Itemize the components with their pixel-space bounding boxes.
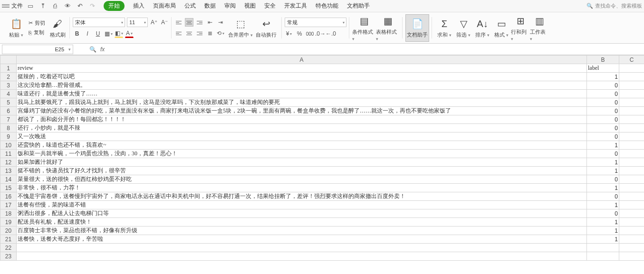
shrink-font-icon[interactable]: A⁻: [160, 18, 169, 27]
row-header[interactable]: 8: [0, 124, 17, 132]
italic-button[interactable]: I: [83, 29, 92, 38]
align-middle-icon[interactable]: [185, 18, 193, 27]
row-header[interactable]: 12: [0, 158, 17, 167]
cell[interactable]: 1: [587, 158, 619, 167]
ribbon-tab-0[interactable]: 开始: [104, 1, 125, 11]
ribbon-tab-6[interactable]: 视图: [244, 2, 256, 10]
grow-font-icon[interactable]: A⁺: [150, 18, 158, 27]
row-header[interactable]: 6: [0, 107, 17, 115]
sort-button[interactable]: A↓排序: [473, 14, 492, 42]
cell[interactable]: 0: [587, 209, 619, 218]
new-icon[interactable]: ▭: [27, 2, 34, 10]
cell[interactable]: 挺辣的，吃着还可以吧: [17, 73, 587, 81]
cell[interactable]: [619, 115, 644, 124]
undo-icon[interactable]: ↶: [76, 2, 84, 10]
decrease-indent-icon[interactable]: ⇤: [206, 18, 214, 27]
select-all-corner[interactable]: [0, 56, 17, 64]
cell[interactable]: label: [587, 64, 619, 73]
ribbon-tab-5[interactable]: 审阅: [224, 2, 236, 10]
row-header[interactable]: 13: [0, 167, 17, 175]
cell[interactable]: 送餐有些慢，菜的味道不错: [17, 201, 587, 209]
border-button[interactable]: ▦: [104, 29, 113, 38]
cell[interactable]: 0: [587, 175, 619, 184]
cell[interactable]: [619, 252, 644, 261]
row-header[interactable]: 15: [0, 184, 17, 192]
cell[interactable]: 1: [587, 201, 619, 209]
cell[interactable]: [619, 98, 644, 107]
cell[interactable]: 菜量很大，送的很快，但西红柿炒鸡蛋不好吃: [17, 175, 587, 184]
row-header[interactable]: 17: [0, 201, 17, 209]
search-box[interactable]: 🔍 查找命令、搜索模板: [586, 2, 642, 9]
currency-icon[interactable]: ¥: [285, 29, 293, 38]
row-header[interactable]: 22: [0, 244, 17, 252]
cell[interactable]: 0: [587, 150, 619, 158]
table-style-button[interactable]: ▦ 表格样式: [376, 14, 400, 42]
cell[interactable]: 1: [587, 167, 619, 175]
percent-icon[interactable]: %: [295, 29, 304, 38]
cell[interactable]: 1: [587, 218, 619, 227]
cell[interactable]: 0: [587, 90, 619, 98]
cell[interactable]: [619, 81, 644, 90]
cell[interactable]: [619, 124, 644, 132]
font-name-select[interactable]: 宋体: [73, 18, 125, 27]
cell[interactable]: [619, 192, 644, 201]
ribbon-tab-3[interactable]: 公式: [184, 2, 196, 10]
underline-button[interactable]: U: [94, 29, 102, 38]
decrease-decimal-icon[interactable]: ←.0: [327, 29, 335, 38]
cell[interactable]: 如果加酱汁就好了: [17, 158, 587, 167]
row-header[interactable]: 21: [0, 235, 17, 244]
column-header[interactable]: A: [17, 56, 587, 64]
ribbon-tab-1[interactable]: 插入: [133, 2, 144, 10]
align-right-icon[interactable]: [195, 29, 204, 38]
fill-color-button[interactable]: ◧: [115, 29, 123, 38]
cell[interactable]: 都说了，面和卤分开的！每回都忘！！！！: [17, 115, 587, 124]
cell[interactable]: [619, 201, 644, 209]
cell[interactable]: 0: [587, 115, 619, 124]
column-header[interactable]: B: [587, 56, 619, 64]
cell[interactable]: [619, 107, 644, 115]
number-format-select[interactable]: 常规: [285, 18, 346, 27]
cell[interactable]: [619, 218, 644, 227]
cell[interactable]: review: [17, 64, 587, 73]
conditional-format-button[interactable]: ▤ 条件格式: [352, 14, 376, 42]
cell[interactable]: [619, 235, 644, 244]
cell[interactable]: [619, 132, 644, 141]
worksheet-button[interactable]: ▥工作表: [530, 14, 549, 42]
doc-helper-button[interactable]: 📄 文档助手: [405, 14, 429, 42]
row-header[interactable]: 10: [0, 141, 17, 150]
cell[interactable]: 非常快，很不错，力荐！: [17, 184, 587, 192]
row-header[interactable]: 9: [0, 132, 17, 141]
cell[interactable]: 1: [587, 227, 619, 235]
file-menu[interactable]: 文件: [11, 2, 23, 10]
cell[interactable]: 1: [587, 73, 619, 81]
cell[interactable]: 宫爆鸡丁做的还没有小餐馆的好吃，菜单里面没有米饭，商家打来电话说米饭一盒5块，2…: [17, 107, 587, 115]
row-header[interactable]: 7: [0, 115, 17, 124]
align-bottom-icon[interactable]: [195, 18, 204, 27]
align-left-icon[interactable]: [174, 29, 183, 38]
cell[interactable]: [587, 244, 619, 252]
cut-button[interactable]: ✂剪切: [28, 19, 46, 28]
increase-decimal-icon[interactable]: .0→: [316, 29, 325, 38]
open-icon[interactable]: ⤒: [39, 2, 47, 10]
column-header[interactable]: C: [619, 56, 644, 64]
sum-button[interactable]: Σ求和: [435, 14, 454, 42]
cell[interactable]: 配送员有礼貌，配送速度快！: [17, 218, 587, 227]
name-box[interactable]: E25: [2, 45, 73, 54]
cell[interactable]: 0: [587, 192, 619, 201]
copy-button[interactable]: ⎘复制: [28, 28, 46, 37]
ribbon-tab-9[interactable]: 特色功能: [316, 2, 338, 10]
cell[interactable]: 送餐快，送餐大哥态度好，辛苦啦: [17, 235, 587, 244]
cell[interactable]: [619, 167, 644, 175]
filter-button[interactable]: ▽筛选: [454, 14, 473, 42]
menu-icon[interactable]: [2, 4, 10, 8]
cell[interactable]: [619, 150, 644, 158]
print-icon[interactable]: ⎙: [51, 2, 59, 10]
cell[interactable]: 不愧是宇宙卷饼，送餐慢到宇宙外了，商家电话永远在通话中和关机中间，好不容易打通一…: [17, 192, 587, 201]
row-header[interactable]: 3: [0, 81, 17, 90]
row-header[interactable]: 18: [0, 209, 17, 218]
cell[interactable]: [619, 90, 644, 98]
align-center-icon[interactable]: [185, 29, 193, 38]
cell[interactable]: 百度骑士非常快，菜品也很不错，好像有所升级: [17, 227, 587, 235]
cell[interactable]: [619, 64, 644, 73]
increase-indent-icon[interactable]: ⇥: [216, 18, 225, 27]
